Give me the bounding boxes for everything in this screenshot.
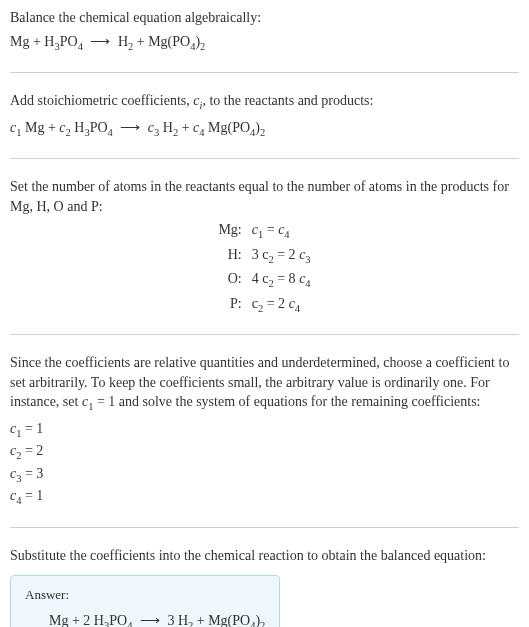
product-mgpo4: Mg(PO — [148, 34, 190, 49]
row-label-p: P: — [10, 294, 242, 316]
section-solve: Since the coefficients are relative quan… — [10, 353, 519, 528]
atom-balance-table: Mg: c1 = c4 H: 3 c2 = 2 c3 O: 4 c2 = 8 c… — [10, 220, 519, 316]
coefficient-equation: c1 Mg + c2 H3PO4 ⟶ c3 H2 + c4 Mg(PO4)2 — [10, 118, 519, 140]
intro-text: Balance the chemical equation algebraica… — [10, 8, 519, 28]
coefficient-values: c1 = 1 c2 = 2 c3 = 3 c4 = 1 — [10, 419, 519, 509]
row-eq-h: 3 c2 = 2 c3 — [252, 245, 519, 267]
reactant-h3po4-h: H — [44, 34, 54, 49]
intro-text: Substitute the coefficients into the che… — [10, 546, 519, 566]
c2-value: c2 = 2 — [10, 441, 519, 463]
reactant-h3po4-po: PO — [60, 34, 78, 49]
reaction-arrow: ⟶ — [86, 32, 114, 52]
intro-text: Set the number of atoms in the reactants… — [10, 177, 519, 216]
row-eq-o: 4 c2 = 8 c4 — [252, 269, 519, 291]
reaction-arrow: ⟶ — [116, 118, 144, 138]
balanced-equation: Mg + 2 H3PO4 ⟶ 3 H2 + Mg(PO4)2 — [25, 611, 265, 627]
section-balance-intro: Balance the chemical equation algebraica… — [10, 8, 519, 73]
section-answer: Substitute the coefficients into the che… — [10, 546, 519, 627]
c4-value: c4 = 1 — [10, 486, 519, 508]
row-label-o: O: — [10, 269, 242, 291]
product-h2-h: H — [118, 34, 128, 49]
sub-4: 4 — [78, 40, 83, 51]
intro-text: Since the coefficients are relative quan… — [10, 353, 519, 415]
row-label-mg: Mg: — [10, 220, 242, 242]
intro-text: Add stoichiometric coefficients, ci, to … — [10, 91, 519, 113]
answer-box: Answer: Mg + 2 H3PO4 ⟶ 3 H2 + Mg(PO4)2 — [10, 575, 280, 627]
row-eq-mg: c1 = c4 — [252, 220, 519, 242]
unbalanced-equation: Mg + H3PO4 ⟶ H2 + Mg(PO4)2 — [10, 32, 519, 54]
c3-value: c3 = 3 — [10, 464, 519, 486]
answer-label: Answer: — [25, 586, 265, 604]
c1-value: c1 = 1 — [10, 419, 519, 441]
row-label-h: H: — [10, 245, 242, 267]
reaction-arrow: ⟶ — [136, 611, 164, 627]
section-atom-balance: Set the number of atoms in the reactants… — [10, 177, 519, 335]
plus: + — [29, 34, 44, 49]
plus: + — [133, 34, 148, 49]
reactant-mg: Mg — [10, 34, 29, 49]
section-add-coefficients: Add stoichiometric coefficients, ci, to … — [10, 91, 519, 159]
sub-2: 2 — [200, 40, 205, 51]
row-eq-p: c2 = 2 c4 — [252, 294, 519, 316]
